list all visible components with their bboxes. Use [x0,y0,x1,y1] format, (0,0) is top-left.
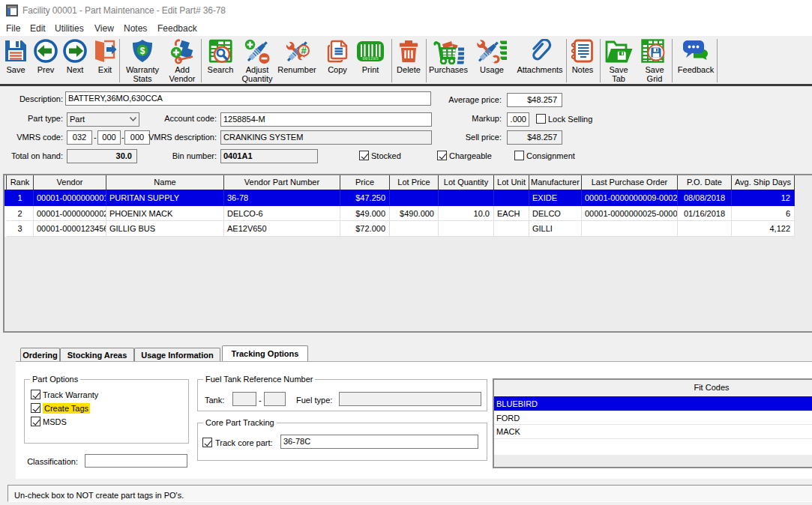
svg-text:001295: 001295 [362,56,379,61]
svg-text:$: $ [140,46,145,56]
svg-text:#: # [301,45,307,56]
